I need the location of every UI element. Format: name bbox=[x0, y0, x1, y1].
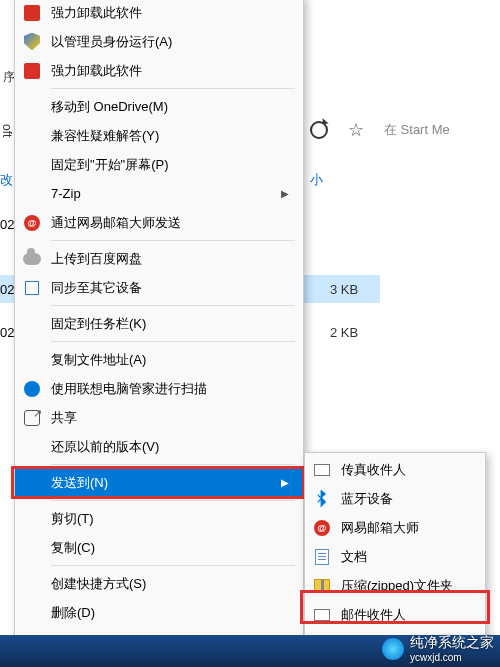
share-icon bbox=[21, 408, 43, 428]
menu-item[interactable]: 使用联想电脑管家进行扫描 bbox=[15, 374, 303, 403]
menu-item[interactable]: 上传到百度网盘 bbox=[15, 244, 303, 273]
submenu-label: 蓝牙设备 bbox=[341, 490, 471, 508]
menu-item[interactable]: 创建快捷方式(S) bbox=[15, 569, 303, 598]
blank-icon bbox=[21, 538, 43, 558]
menu-label: 共享 bbox=[51, 409, 289, 427]
menu-item[interactable]: 固定到"开始"屏幕(P) bbox=[15, 150, 303, 179]
menu-label: 7-Zip bbox=[51, 186, 275, 201]
menu-label: 强力卸载此软件 bbox=[51, 4, 289, 22]
separator bbox=[51, 341, 295, 342]
separator bbox=[51, 305, 295, 306]
menu-label: 复制(C) bbox=[51, 539, 289, 557]
menu-label: 通过网易邮箱大师发送 bbox=[51, 214, 289, 232]
menu-item[interactable]: 兼容性疑难解答(Y) bbox=[15, 121, 303, 150]
circle-red-icon: @ bbox=[311, 518, 333, 538]
zip-icon bbox=[311, 576, 333, 596]
uninstall-red-icon bbox=[21, 61, 43, 81]
blank-icon bbox=[21, 184, 43, 204]
submenu-item[interactable]: @网易邮箱大师 bbox=[305, 513, 485, 542]
bt-icon bbox=[311, 489, 333, 509]
menu-item[interactable]: 发送到(N)▶ bbox=[15, 468, 303, 497]
submenu-item[interactable]: 蓝牙设备 bbox=[305, 484, 485, 513]
menu-item[interactable]: 固定到任务栏(K) bbox=[15, 309, 303, 338]
menu-label: 发送到(N) bbox=[51, 474, 275, 492]
menu-label: 还原以前的版本(V) bbox=[51, 438, 289, 456]
menu-item[interactable]: 共享 bbox=[15, 403, 303, 432]
separator bbox=[51, 565, 295, 566]
blank-icon bbox=[21, 437, 43, 457]
menu-label: 使用联想电脑管家进行扫描 bbox=[51, 380, 289, 398]
submenu-label: 传真收件人 bbox=[341, 461, 471, 479]
separator bbox=[51, 240, 295, 241]
menu-item[interactable]: 强力卸载此软件 bbox=[15, 56, 303, 85]
menu-item[interactable]: 以管理员身份运行(A) bbox=[15, 27, 303, 56]
submenu-item[interactable]: 文档 bbox=[305, 542, 485, 571]
context-menu: 强力卸载此软件以管理员身份运行(A)强力卸载此软件移动到 OneDrive(M)… bbox=[14, 0, 304, 667]
menu-label: 上传到百度网盘 bbox=[51, 250, 289, 268]
separator bbox=[51, 88, 295, 89]
blank-icon bbox=[21, 314, 43, 334]
search-placeholder[interactable]: 在 Start Me bbox=[384, 121, 450, 139]
box-blue-icon bbox=[21, 278, 43, 298]
blank-icon bbox=[21, 155, 43, 175]
menu-item[interactable]: 复制文件地址(A) bbox=[15, 345, 303, 374]
col-size: 小 bbox=[310, 171, 323, 189]
cloud-icon bbox=[21, 249, 43, 269]
blank-icon bbox=[21, 350, 43, 370]
doc-icon bbox=[311, 547, 333, 567]
menu-label: 创建快捷方式(S) bbox=[51, 575, 289, 593]
submenu-arrow-icon: ▶ bbox=[281, 188, 289, 199]
menu-label: 剪切(T) bbox=[51, 510, 289, 528]
menu-item[interactable]: 复制(C) bbox=[15, 533, 303, 562]
circle-blue-icon bbox=[21, 379, 43, 399]
separator bbox=[51, 464, 295, 465]
separator bbox=[51, 500, 295, 501]
blank-icon bbox=[21, 603, 43, 623]
uninstall-icon bbox=[21, 3, 43, 23]
submenu-item[interactable]: 传真收件人 bbox=[305, 455, 485, 484]
menu-item[interactable]: 删除(D) bbox=[15, 598, 303, 627]
blank-icon bbox=[21, 574, 43, 594]
mail-icon bbox=[311, 605, 333, 625]
submenu-label: 文档 bbox=[341, 548, 471, 566]
circle-red-icon: @ bbox=[21, 213, 43, 233]
send-to-submenu: 传真收件人蓝牙设备@网易邮箱大师文档压缩(zipped)文件夹邮件收件人桌面快捷… bbox=[304, 452, 486, 661]
menu-item[interactable]: 还原以前的版本(V) bbox=[15, 432, 303, 461]
menu-label: 兼容性疑难解答(Y) bbox=[51, 127, 289, 145]
menu-label: 固定到任务栏(K) bbox=[51, 315, 289, 333]
menu-item[interactable]: @通过网易邮箱大师发送 bbox=[15, 208, 303, 237]
menu-item[interactable]: 强力卸载此软件 bbox=[15, 0, 303, 27]
menu-item[interactable]: 同步至其它设备 bbox=[15, 273, 303, 302]
menu-label: 复制文件地址(A) bbox=[51, 351, 289, 369]
shield-icon bbox=[21, 32, 43, 52]
menu-item[interactable]: 移动到 OneDrive(M) bbox=[15, 92, 303, 121]
left-partial: 序 oft bbox=[0, 50, 12, 667]
menu-label: 同步至其它设备 bbox=[51, 279, 289, 297]
menu-item[interactable]: 剪切(T) bbox=[15, 504, 303, 533]
mail-icon bbox=[311, 460, 333, 480]
blank-icon bbox=[21, 509, 43, 529]
submenu-label: 邮件收件人 bbox=[341, 606, 471, 624]
menu-label: 固定到"开始"屏幕(P) bbox=[51, 156, 289, 174]
submenu-label: 压缩(zipped)文件夹 bbox=[341, 577, 471, 595]
blank-icon bbox=[21, 473, 43, 493]
submenu-item[interactable]: 邮件收件人 bbox=[305, 600, 485, 629]
watermark: 纯净系统之家 ycwxjd.com bbox=[382, 634, 494, 663]
blank-icon bbox=[21, 97, 43, 117]
logo-icon bbox=[382, 638, 404, 660]
menu-item[interactable]: 7-Zip▶ bbox=[15, 179, 303, 208]
submenu-label: 网易邮箱大师 bbox=[341, 519, 471, 537]
refresh-icon[interactable] bbox=[310, 121, 328, 139]
menu-label: 强力卸载此软件 bbox=[51, 62, 289, 80]
menu-label: 移动到 OneDrive(M) bbox=[51, 98, 289, 116]
menu-label: 删除(D) bbox=[51, 604, 289, 622]
blank-icon bbox=[21, 126, 43, 146]
submenu-arrow-icon: ▶ bbox=[281, 477, 289, 488]
submenu-item[interactable]: 压缩(zipped)文件夹 bbox=[305, 571, 485, 600]
star-icon[interactable]: ☆ bbox=[348, 119, 364, 141]
menu-label: 以管理员身份运行(A) bbox=[51, 33, 289, 51]
